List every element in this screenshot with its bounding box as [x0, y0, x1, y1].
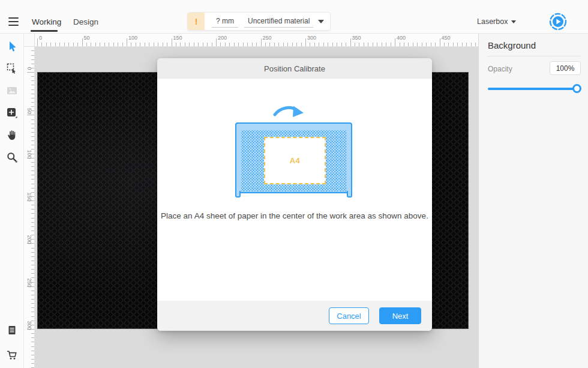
- ruler-label: 400: [397, 35, 406, 41]
- start-job-button[interactable]: [549, 13, 567, 31]
- horizontal-ruler: 050100150200250300350400450: [35, 34, 478, 47]
- ruler-tick: [31, 359, 34, 360]
- tab-design[interactable]: Design: [73, 17, 98, 26]
- ruler-tick: [86, 43, 87, 46]
- ruler-tick: [220, 43, 221, 46]
- ruler-label: 50: [26, 106, 32, 116]
- tool-sidebar: [0, 34, 24, 368]
- ruler-tick: [31, 124, 34, 124]
- tool-node-select[interactable]: [7, 63, 17, 74]
- ruler-tick: [31, 128, 34, 128]
- ruler-tick: [31, 351, 34, 351]
- ruler-tick: [274, 43, 275, 46]
- ruler-tick: [31, 179, 34, 179]
- tool-select[interactable]: [7, 41, 17, 52]
- vertical-ruler: 050100150200250300: [24, 47, 35, 368]
- material-dropdown-caret-icon[interactable]: [318, 20, 324, 23]
- laserbox-app: Working Design ! ? mm Uncertified materi…: [0, 0, 588, 368]
- ruler-tick: [404, 43, 404, 46]
- ruler-tick: [50, 43, 51, 46]
- ruler-tick: [243, 43, 244, 46]
- ruler-tick: [127, 38, 127, 46]
- ruler-tick: [359, 43, 359, 46]
- next-button[interactable]: Next: [379, 307, 421, 324]
- ruler-tick: [444, 43, 445, 46]
- tool-zoom[interactable]: [7, 152, 17, 163]
- opacity-slider[interactable]: [488, 84, 580, 93]
- dialog-title: Position Calibrate: [157, 58, 432, 79]
- ruler-tick: [31, 98, 34, 98]
- ruler-tick: [31, 59, 34, 60]
- tool-image[interactable]: [7, 85, 17, 96]
- material-name-field[interactable]: Uncertified material: [244, 16, 313, 28]
- ruler-tick: [140, 43, 140, 46]
- ruler-tick: [377, 43, 377, 46]
- ruler-label: 300: [307, 35, 316, 41]
- ruler-tick: [82, 38, 83, 46]
- device-selector[interactable]: Laserbox: [477, 17, 516, 26]
- magnifier-icon: [7, 152, 17, 163]
- ruler-label: 250: [26, 277, 32, 288]
- ruler-tick: [31, 188, 34, 189]
- tool-log[interactable]: [7, 325, 17, 336]
- ruler-tick: [310, 43, 310, 46]
- tool-add-shape[interactable]: [7, 107, 17, 118]
- opacity-slider-track[interactable]: [488, 88, 580, 90]
- tool-pan[interactable]: [7, 130, 17, 140]
- ruler-tick: [453, 43, 454, 46]
- tool-store[interactable]: [7, 350, 17, 361]
- ruler-tick: [194, 43, 194, 46]
- top-toolbar: Working Design ! ? mm Uncertified materi…: [0, 0, 588, 34]
- cancel-button[interactable]: Cancel: [329, 307, 369, 324]
- paper-label: A4: [290, 156, 301, 165]
- ruler-tick: [149, 43, 149, 46]
- insert-arrow-icon: [272, 105, 306, 124]
- menu-icon[interactable]: [8, 17, 19, 26]
- ruler-tick: [136, 43, 136, 46]
- ruler-tick: [31, 337, 34, 338]
- ruler-tick: [225, 43, 226, 46]
- ruler-tick: [408, 43, 409, 46]
- ruler-tick: [64, 43, 65, 46]
- ruler-tick: [229, 43, 230, 46]
- ruler-tick: [154, 43, 154, 46]
- ruler-tick: [323, 43, 324, 46]
- ruler-tick: [91, 43, 91, 46]
- thickness-field[interactable]: ? mm: [212, 16, 238, 28]
- ruler-tick: [31, 205, 34, 205]
- ruler-tick: [238, 43, 239, 46]
- ruler-tick: [73, 43, 74, 46]
- ruler-tick: [31, 265, 34, 265]
- ruler-tick: [31, 184, 34, 184]
- warning-icon: !: [188, 13, 205, 30]
- ruler-tick: [341, 43, 342, 46]
- ruler-tick: [104, 43, 105, 46]
- ruler-tick: [261, 38, 262, 46]
- opacity-input[interactable]: [550, 61, 581, 75]
- machine-leg: [235, 191, 241, 198]
- ruler-tick: [31, 333, 34, 334]
- tab-working[interactable]: Working: [32, 17, 61, 26]
- ruler-label: 0: [39, 35, 42, 41]
- ruler-label: 300: [26, 320, 32, 331]
- ruler-tick: [31, 85, 34, 85]
- ruler-tick: [31, 162, 34, 163]
- ruler-label: 0: [26, 63, 32, 74]
- ruler-tick: [207, 43, 208, 46]
- opacity-slider-handle[interactable]: [572, 84, 581, 93]
- device-caret-icon: [511, 20, 516, 23]
- ruler-tick: [355, 43, 355, 46]
- ruler-tick: [287, 43, 288, 46]
- ruler-tick: [216, 38, 217, 46]
- ruler-tick: [31, 303, 34, 304]
- ruler-tick: [31, 145, 34, 145]
- ruler-tick: [422, 43, 422, 46]
- material-bar: ! ? mm Uncertified material: [187, 12, 331, 31]
- ruler-tick: [31, 119, 34, 120]
- ruler-tick: [31, 307, 34, 308]
- ruler-tick: [31, 248, 34, 249]
- ruler-tick: [31, 213, 34, 214]
- panel-divider: [488, 56, 581, 56]
- ruler-tick: [31, 170, 34, 171]
- opacity-label: Opacity: [488, 65, 512, 73]
